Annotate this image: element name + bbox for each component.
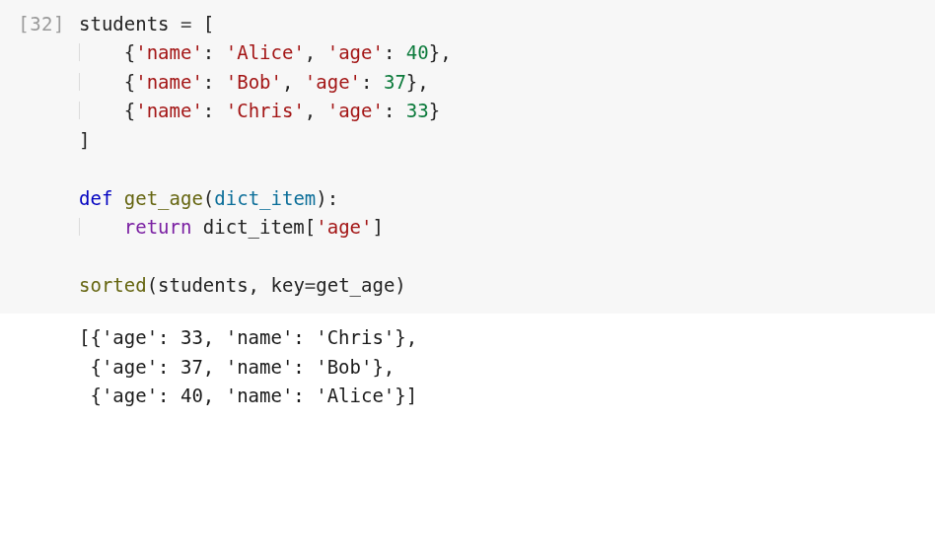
colon: : — [384, 100, 406, 121]
colon: : — [203, 100, 226, 121]
colon: : — [203, 71, 226, 93]
indent — [79, 71, 124, 93]
parameter: dict_item — [214, 187, 316, 209]
indent-guide — [79, 216, 124, 238]
indent-guide — [79, 41, 124, 63]
indent-guide — [79, 71, 124, 93]
cell-input-area[interactable]: [32] students = [ {'name': 'Alice', 'age… — [0, 0, 935, 314]
string: 'age' — [327, 100, 384, 121]
operator: = — [170, 13, 203, 35]
bracket-open: [ — [305, 216, 316, 238]
output-line: {'age': 37, 'name': 'Bob'}, — [79, 356, 395, 378]
brace: } — [429, 41, 440, 63]
keyword-def: def — [79, 187, 112, 209]
string: 'age' — [327, 41, 384, 63]
brace: } — [429, 100, 440, 121]
number: 33 — [406, 100, 429, 121]
brace: { — [124, 71, 135, 93]
colon: : — [203, 41, 226, 63]
brace: } — [406, 71, 417, 93]
comma: , — [249, 274, 271, 296]
kwarg-name: key — [271, 274, 305, 296]
string: 'age' — [316, 216, 372, 238]
bracket-close: ] — [372, 216, 383, 238]
comma: , — [305, 41, 327, 63]
indent — [79, 216, 124, 238]
identifier: students — [79, 13, 170, 35]
comma: , — [417, 71, 428, 93]
paren-close-colon: ): — [316, 187, 338, 209]
notebook-cell: [32] students = [ {'name': 'Alice', 'age… — [0, 0, 935, 419]
string: 'Chris' — [226, 100, 305, 121]
string: 'Bob' — [226, 71, 282, 93]
execution-prompt: [32] — [0, 10, 79, 300]
indent — [79, 41, 124, 63]
indent — [79, 100, 124, 121]
output-prompt — [0, 323, 79, 410]
bracket-close: ] — [79, 129, 90, 151]
identifier: dict_item — [203, 216, 305, 238]
cell-output: [{'age': 33, 'name': 'Chris'}, {'age': 3… — [79, 323, 935, 410]
paren-open: ( — [203, 187, 214, 209]
function-name: get_age — [124, 187, 203, 209]
comma: , — [282, 71, 305, 93]
paren-open: ( — [147, 274, 158, 296]
string: 'name' — [135, 100, 203, 121]
colon: : — [384, 41, 406, 63]
comma: , — [440, 41, 451, 63]
identifier: get_age — [316, 274, 395, 296]
number: 40 — [406, 41, 429, 63]
string: 'age' — [305, 71, 361, 93]
keyword-return: return — [124, 216, 192, 238]
indent-guide — [79, 100, 124, 121]
identifier: students — [158, 274, 249, 296]
code-editor[interactable]: students = [ {'name': 'Alice', 'age': 40… — [79, 10, 935, 300]
bracket-open: [ — [203, 13, 214, 35]
brace: { — [124, 41, 135, 63]
equals: = — [305, 274, 316, 296]
cell-output-area: [{'age': 33, 'name': 'Chris'}, {'age': 3… — [0, 314, 935, 418]
paren-close: ) — [395, 274, 405, 296]
number: 37 — [384, 71, 406, 93]
comma: , — [305, 100, 327, 121]
output-line: {'age': 40, 'name': 'Alice'}] — [79, 385, 417, 406]
output-line: [{'age': 33, 'name': 'Chris'}, — [79, 326, 417, 348]
string: 'Alice' — [226, 41, 305, 63]
string: 'name' — [135, 71, 203, 93]
colon: : — [361, 71, 384, 93]
brace: { — [124, 100, 135, 121]
builtin-sorted: sorted — [79, 274, 147, 296]
string: 'name' — [135, 41, 203, 63]
